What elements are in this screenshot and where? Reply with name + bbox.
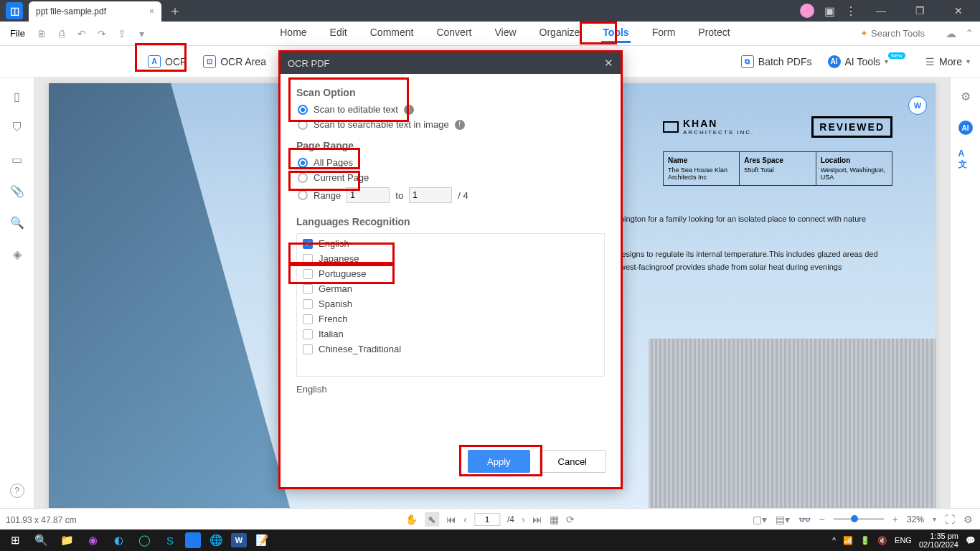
apply-button[interactable]: Apply <box>468 450 530 473</box>
batch-pdfs-button[interactable]: ⧉ Batch PDFs <box>741 55 812 68</box>
bookmarks-icon[interactable]: ⛉ <box>10 121 24 135</box>
thumbnails-icon[interactable]: ▯ <box>10 89 24 103</box>
tab-tools[interactable]: Tools <box>601 24 630 43</box>
layers-icon[interactable]: ◈ <box>10 247 24 261</box>
maximize-button[interactable]: ❐ <box>905 5 934 17</box>
ocr-area-button[interactable]: ⊡ OCR Area <box>203 55 266 68</box>
properties-icon[interactable]: ⚙ <box>958 89 973 103</box>
tab-form[interactable]: Form <box>651 24 677 43</box>
dialog-close-button[interactable]: ✕ <box>604 57 613 70</box>
more-button[interactable]: ☰ More ▾ <box>925 56 970 67</box>
zoom-out-icon[interactable]: − <box>819 514 825 525</box>
info-icon[interactable]: ! <box>404 105 414 115</box>
battery-icon[interactable]: 🔋 <box>860 536 870 545</box>
cancel-button[interactable]: Cancel <box>539 450 606 473</box>
lang-french[interactable]: French <box>298 314 604 324</box>
view-mode-icon[interactable]: ▤▾ <box>776 514 790 525</box>
document-tab[interactable]: ppt file-sample.pdf × <box>29 1 161 22</box>
page-number-input[interactable] <box>474 513 500 526</box>
close-window-button[interactable]: ✕ <box>944 5 973 17</box>
dingtalk-icon[interactable]: ◐ <box>108 532 129 549</box>
range-row[interactable]: Range to / 4 <box>298 187 605 203</box>
fit-page-icon[interactable]: ▢▾ <box>753 514 767 525</box>
zoom-value[interactable]: 32% <box>907 514 924 524</box>
tab-home[interactable]: Home <box>278 24 308 43</box>
volume-icon[interactable]: 🔇 <box>877 536 887 545</box>
read-mode-icon[interactable]: 👓 <box>798 514 811 525</box>
last-page-icon[interactable]: ⏭ <box>532 514 542 525</box>
ocr-button[interactable]: A OCR <box>148 55 187 68</box>
tab-protect[interactable]: Protect <box>697 24 731 43</box>
skype-icon[interactable]: S <box>159 532 181 549</box>
fullscreen-icon[interactable]: ⛶ <box>945 514 955 525</box>
select-tool-icon[interactable]: ⬉ <box>425 512 439 527</box>
redo-icon[interactable]: ↷ <box>94 26 110 42</box>
help-icon[interactable]: ? <box>10 484 24 498</box>
search-input[interactable] <box>871 28 936 39</box>
minimize-button[interactable]: — <box>867 5 895 17</box>
tab-comment[interactable]: Comment <box>369 24 415 43</box>
new-tab-button[interactable]: ＋ <box>169 2 182 19</box>
lang-italian[interactable]: Italian <box>298 329 604 339</box>
whatsapp-icon[interactable]: ◯ <box>133 532 155 549</box>
search-icon[interactable]: 🔍 <box>10 215 24 230</box>
scan-searchable-radio[interactable]: Scan to searchable text in image ! <box>298 119 605 130</box>
tab-view[interactable]: View <box>493 24 517 43</box>
system-clock[interactable]: 1:35 pm 02/10/2024 <box>919 532 958 549</box>
chrome-icon[interactable]: 🌐 <box>205 532 227 549</box>
taskbar-search-icon[interactable]: 🔍 <box>30 532 52 549</box>
file-menu[interactable]: File <box>6 27 29 40</box>
messenger-icon[interactable]: ◉ <box>82 532 103 549</box>
lang-portuguese[interactable]: Portuguese <box>298 268 604 279</box>
prev-page-icon[interactable]: ‹ <box>463 514 467 525</box>
user-avatar-icon[interactable] <box>800 4 814 18</box>
lang-spanish[interactable]: Spanish <box>298 298 604 309</box>
ai-tools-button[interactable]: AI AI Tools ▾ New <box>828 55 910 68</box>
feedback-icon[interactable]: ▣ <box>824 4 835 18</box>
scan-editable-radio[interactable]: Scan to editable text ! <box>298 104 605 115</box>
qat-dropdown-icon[interactable]: ▾ <box>134 26 150 42</box>
tray-chevron-icon[interactable]: ^ <box>832 536 836 545</box>
kebab-menu-icon[interactable]: ⋮ <box>845 4 857 18</box>
tab-edit[interactable]: Edit <box>329 24 349 43</box>
lang-chinese-traditional[interactable]: Chinese_Traditional <box>298 344 604 354</box>
file-explorer-icon[interactable]: 📁 <box>56 532 77 549</box>
lang-english[interactable]: English <box>298 238 604 249</box>
range-to-input[interactable] <box>409 187 452 203</box>
range-from-input[interactable] <box>347 187 390 203</box>
close-tab-icon[interactable]: × <box>149 6 154 17</box>
ai-assist-icon[interactable]: AI <box>958 121 973 135</box>
collapse-ribbon-icon[interactable]: ⌃ <box>965 27 974 40</box>
current-page-radio[interactable]: Current Page <box>298 172 605 183</box>
tab-convert[interactable]: Convert <box>435 24 473 43</box>
cloud-icon[interactable]: ☁ <box>946 27 956 40</box>
hand-tool-icon[interactable]: ✋ <box>405 514 418 525</box>
zoom-in-icon[interactable]: + <box>892 514 898 525</box>
pdfelement-taskbar-icon[interactable] <box>185 532 201 548</box>
zoom-slider[interactable] <box>834 518 884 520</box>
rotate-icon[interactable]: ⟳ <box>566 514 575 525</box>
share-icon[interactable]: ⇪ <box>114 26 130 42</box>
lang-german[interactable]: German <box>298 283 604 294</box>
undo-icon[interactable]: ↶ <box>74 26 90 42</box>
language-list[interactable]: English Japanese Portuguese German Spani… <box>296 233 605 377</box>
search-tools[interactable]: ✦ <box>860 28 936 39</box>
ime-indicator[interactable]: ENG <box>895 536 912 545</box>
lang-japanese[interactable]: Japanese <box>298 253 604 264</box>
settings-icon[interactable]: ⚙ <box>963 514 973 525</box>
first-page-icon[interactable]: ⏮ <box>446 514 456 525</box>
notifications-icon[interactable]: 💬 <box>966 536 976 545</box>
comments-icon[interactable]: ▭ <box>10 152 24 166</box>
notepad-icon[interactable]: 📝 <box>251 532 273 549</box>
page-layout-icon[interactable]: ▦ <box>550 514 559 525</box>
tab-organize[interactable]: Organize <box>538 24 582 43</box>
print-icon[interactable]: ⎙ <box>54 26 70 42</box>
next-page-icon[interactable]: › <box>522 514 525 525</box>
translate-icon[interactable]: A文 <box>958 152 973 166</box>
save-icon[interactable]: 🗎 <box>34 26 50 42</box>
attachments-icon[interactable]: 📎 <box>10 184 24 198</box>
word-taskbar-icon[interactable]: W <box>231 533 247 547</box>
all-pages-radio[interactable]: All Pages <box>298 157 605 168</box>
export-word-button[interactable]: W <box>908 96 927 115</box>
wifi-icon[interactable]: 📶 <box>843 536 853 545</box>
